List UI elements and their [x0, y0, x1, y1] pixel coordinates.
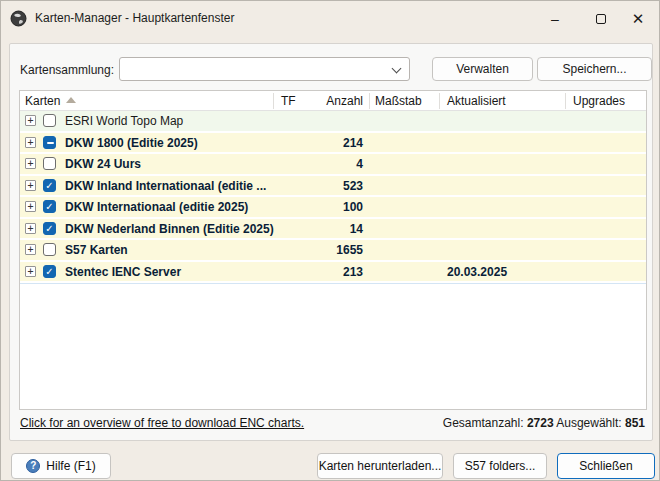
- chart-name: DKW Internationaal (editie 2025): [65, 200, 248, 214]
- chart-count: 214: [260, 136, 363, 150]
- sort-ascending-icon: [66, 97, 76, 103]
- help-button-label: Hilfe (F1): [46, 459, 95, 473]
- expand-icon[interactable]: +: [25, 201, 36, 212]
- table-row[interactable]: +✓DKW Internationaal (editie 2025)100: [20, 197, 646, 219]
- chart-name: DKW 1800 (Editie 2025): [65, 136, 198, 150]
- maximize-icon: [596, 14, 606, 24]
- check-icon: ✓: [44, 180, 55, 191]
- table-row[interactable]: +DKW 1800 (Editie 2025)214: [20, 133, 646, 155]
- download-charts-button[interactable]: Karten herunterladen...: [317, 453, 443, 479]
- chart-count: 100: [260, 200, 363, 214]
- chart-count: 213: [260, 265, 363, 279]
- column-divider: [565, 93, 566, 109]
- table-row[interactable]: +✓Stentec IENC Server21320.03.2025: [20, 262, 646, 284]
- column-header-karten[interactable]: Karten: [25, 94, 60, 108]
- row-checkbox[interactable]: ✓: [43, 200, 56, 213]
- chart-updated-date: 20.03.2025: [447, 265, 507, 279]
- column-header-massstab[interactable]: Maßstab: [375, 94, 422, 108]
- minimize-button[interactable]: –: [532, 1, 578, 36]
- globe-icon: [10, 10, 27, 27]
- total-label: Gesamtanzahl:: [443, 416, 524, 430]
- check-icon: ✓: [44, 223, 55, 234]
- close-button[interactable]: ✕: [615, 1, 660, 36]
- column-header-upgrades[interactable]: Upgrades: [573, 94, 625, 108]
- chart-name: DKW Nederland Binnen (Editie 2025): [65, 222, 274, 236]
- chart-name: ESRI World Topo Map: [65, 114, 183, 128]
- help-icon: ?: [26, 459, 40, 473]
- expand-icon[interactable]: +: [25, 137, 36, 148]
- check-icon: ✓: [44, 201, 55, 212]
- expand-icon[interactable]: +: [25, 244, 36, 255]
- chart-name: DKW Inland Internationaal (editie ...: [65, 179, 266, 193]
- expand-icon[interactable]: +: [25, 266, 36, 277]
- help-button[interactable]: ? Hilfe (F1): [11, 453, 111, 479]
- table-row[interactable]: +DKW 24 Uurs4: [20, 154, 646, 176]
- expand-icon[interactable]: +: [25, 223, 36, 234]
- table-body: +ESRI World Topo Map+DKW 1800 (Editie 20…: [20, 111, 646, 283]
- column-divider: [273, 93, 274, 109]
- expand-icon[interactable]: +: [25, 115, 36, 126]
- row-checkbox[interactable]: [43, 114, 56, 127]
- row-checkbox[interactable]: ✓: [43, 222, 56, 235]
- row-checkbox[interactable]: [43, 243, 56, 256]
- table-row[interactable]: +ESRI World Topo Map: [20, 111, 646, 133]
- expand-icon[interactable]: +: [25, 158, 36, 169]
- title-bar[interactable]: Karten-Manager - Hauptkartenfenster – ✕: [1, 1, 660, 37]
- collection-combobox[interactable]: [119, 57, 410, 81]
- column-header-anzahl[interactable]: Anzahl: [260, 94, 363, 108]
- row-checkbox[interactable]: ✓: [43, 265, 56, 278]
- manage-button[interactable]: Verwalten: [432, 57, 533, 81]
- main-panel: Kartensammlung: Verwalten Speichern... K…: [9, 43, 653, 441]
- save-button[interactable]: Speichern...: [537, 57, 652, 81]
- column-divider: [369, 93, 370, 109]
- check-icon: ✓: [44, 266, 55, 277]
- table-row[interactable]: +✓DKW Inland Internationaal (editie ...5…: [20, 176, 646, 198]
- window-title: Karten-Manager - Hauptkartenfenster: [35, 11, 234, 25]
- chart-count: 1655: [260, 243, 363, 257]
- column-header-aktualisiert[interactable]: Aktualisiert: [447, 94, 506, 108]
- totals-summary: Gesamtanzahl: 2723 Ausgewählt: 851: [443, 416, 645, 430]
- chart-count: 14: [260, 222, 363, 236]
- chart-count: 4: [260, 157, 363, 171]
- chart-name: S57 Karten: [65, 243, 128, 257]
- table-header-row[interactable]: Karten TF Anzahl Maßstab Aktualisiert Up…: [20, 91, 646, 111]
- chevron-down-icon: [392, 64, 402, 74]
- table-row[interactable]: +✓DKW Nederland Binnen (Editie 2025)14: [20, 219, 646, 241]
- table-row[interactable]: +S57 Karten1655: [20, 240, 646, 262]
- enc-charts-link[interactable]: Click for an overview of free to downloa…: [20, 416, 304, 430]
- expand-icon[interactable]: +: [25, 180, 36, 191]
- close-dialog-button[interactable]: Schließen: [557, 453, 655, 479]
- indeterminate-icon: [47, 142, 54, 144]
- selected-value: 851: [625, 416, 645, 430]
- selected-label: Ausgewählt:: [556, 416, 621, 430]
- chart-name: Stentec IENC Server: [65, 265, 181, 279]
- collection-label: Kartensammlung:: [20, 63, 114, 77]
- s57-folders-button[interactable]: S57 folders...: [453, 453, 547, 479]
- row-checkbox[interactable]: [43, 157, 56, 170]
- column-divider: [439, 93, 440, 109]
- row-checkbox[interactable]: [43, 136, 56, 149]
- karten-manager-window: Karten-Manager - Hauptkartenfenster – ✕ …: [0, 0, 660, 481]
- row-checkbox[interactable]: ✓: [43, 179, 56, 192]
- total-value: 2723: [527, 416, 554, 430]
- chart-name: DKW 24 Uurs: [65, 157, 141, 171]
- chart-count: 523: [260, 179, 363, 193]
- charts-table: Karten TF Anzahl Maßstab Aktualisiert Up…: [19, 90, 647, 410]
